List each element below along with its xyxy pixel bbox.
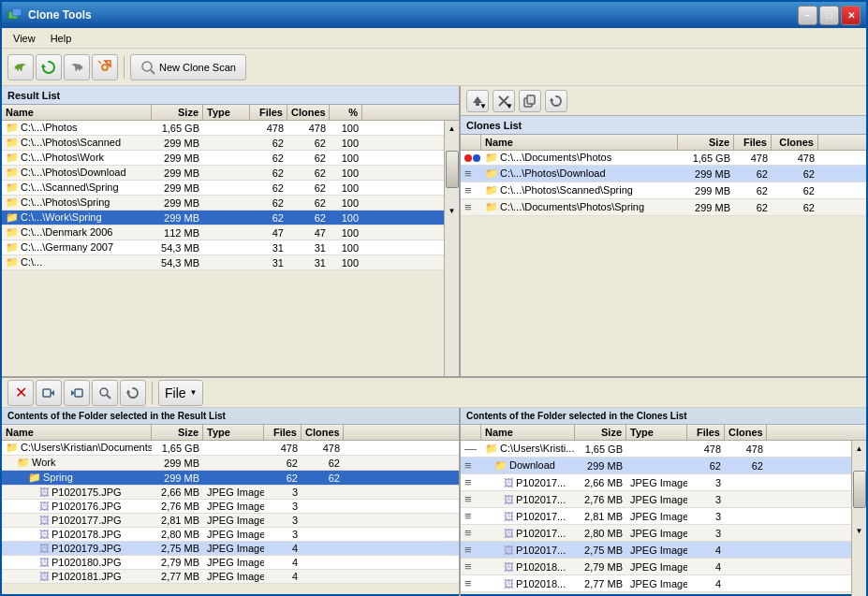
lr-col-ind bbox=[461, 425, 481, 440]
col-size: Size bbox=[152, 105, 203, 120]
lower-left-row[interactable]: 📁C:\Users\Kristian\Documents\Photos 1,65… bbox=[2, 441, 459, 456]
forward-button[interactable] bbox=[64, 54, 90, 80]
export-button[interactable] bbox=[519, 90, 541, 112]
lower-right-scrollbar[interactable]: ▲ ▼ bbox=[851, 441, 866, 596]
result-list-row[interactable]: 📁C:\...\Photos\Work 299 MB 62 62 100 bbox=[2, 151, 444, 166]
ll-cell-clones: 62 bbox=[302, 457, 344, 470]
ll-cell-name: 🖼P1020178.JPG bbox=[2, 528, 152, 541]
svg-line-23 bbox=[107, 395, 110, 399]
lower-right-header: Contents of the Folder selected in the C… bbox=[461, 408, 866, 425]
cl-cell-files: 478 bbox=[734, 152, 772, 165]
rl-cell-type bbox=[203, 127, 250, 129]
new-clone-scan-button[interactable]: New Clone Scan bbox=[130, 54, 246, 80]
menu-help[interactable]: Help bbox=[43, 31, 80, 46]
rl-cell-size: 54,3 MB bbox=[152, 241, 203, 254]
lower-right-row[interactable]: ≡ 🖼P102017... 2,75 MB JPEG Image 4 bbox=[461, 542, 851, 559]
lower-scroll-down[interactable]: ▼ bbox=[853, 523, 866, 538]
ll-cell-files: 62 bbox=[264, 472, 302, 485]
minimize-button[interactable]: − bbox=[798, 6, 817, 25]
move-up-button[interactable]: ▼ bbox=[466, 90, 489, 112]
scroll-up-arrow[interactable]: ▲ bbox=[446, 121, 459, 136]
scroll-thumb[interactable] bbox=[446, 151, 459, 188]
x-button[interactable]: ▼ bbox=[493, 90, 515, 112]
lower-scroll-thumb[interactable] bbox=[853, 471, 866, 508]
clones-list-row[interactable]: 📁C:\...\Documents\Photos 1,65 GB 478 478 bbox=[461, 151, 866, 166]
lower-left-row[interactable]: 📁Work 299 MB 62 62 bbox=[2, 456, 459, 471]
lr-cell-size: 2,80 MB bbox=[575, 527, 626, 540]
lr-cell-name: 📁C:\Users\Kristi... bbox=[481, 442, 575, 456]
maximize-button[interactable]: □ bbox=[819, 6, 839, 25]
rl-cell-files: 62 bbox=[250, 137, 287, 150]
rl-cell-files: 478 bbox=[250, 122, 287, 135]
close-button[interactable]: ✕ bbox=[841, 6, 861, 25]
result-list-row[interactable]: 📁C:\...\Germany 2007 54,3 MB 31 31 100 bbox=[2, 240, 444, 255]
rl-cell-size: 54,3 MB bbox=[152, 256, 203, 269]
lower-left-row[interactable]: 🖼P1020181.JPG 2,77 MB JPEG Image 4 bbox=[2, 570, 459, 584]
lower-left-row[interactable]: 📁Spring 299 MB 62 62 bbox=[2, 471, 459, 486]
result-list-scrollbar[interactable]: ▲ ▼ bbox=[444, 121, 459, 376]
back-button[interactable] bbox=[7, 54, 34, 80]
app-icon bbox=[7, 7, 22, 22]
back-icon bbox=[13, 60, 28, 75]
clones-list-row[interactable]: ≡ 📁C:\...\Photos\Download 299 MB 62 62 bbox=[461, 166, 866, 182]
clones-list-row[interactable]: ≡ 📁C:\...\Photos\Scanned\Spring 299 MB 6… bbox=[461, 182, 866, 199]
lr-cell-name: 🖼P102017... bbox=[481, 527, 575, 540]
delete-button[interactable]: ✕ bbox=[7, 380, 34, 406]
ll-cell-name: 📁Spring bbox=[2, 471, 152, 485]
result-list-row[interactable]: 📁C:\...\Photos 1,65 GB 478 478 100 bbox=[2, 121, 444, 136]
clones-list-columns: Name Size Files Clones bbox=[461, 135, 866, 151]
lower-left-row[interactable]: 🖼P1020180.JPG 2,79 MB JPEG Image 4 bbox=[2, 556, 459, 570]
lower-left-row[interactable]: 🖼P1020178.JPG 2,80 MB JPEG Image 3 bbox=[2, 528, 459, 542]
lower-right-row[interactable]: ≡ 🖼P102018... 2,77 MB JPEG Image 4 bbox=[461, 575, 851, 592]
rl-cell-size: 299 MB bbox=[152, 211, 203, 225]
file-dropdown-button[interactable]: File ▼ bbox=[158, 380, 203, 406]
lower-scroll-up[interactable]: ▲ bbox=[853, 441, 866, 456]
lower-left-row[interactable]: 🖼P1020176.JPG 2,76 MB JPEG Image 3 bbox=[2, 500, 459, 514]
clones-list-row[interactable]: ≡ 📁C:\...\Documents\Photos\Spring 299 MB… bbox=[461, 199, 866, 216]
reload-button[interactable] bbox=[545, 90, 567, 112]
lr-cell-clones bbox=[725, 532, 767, 534]
svg-line-10 bbox=[151, 70, 154, 74]
ll-cell-name: 📁C:\Users\Kristian\Documents\Photos bbox=[2, 441, 152, 455]
lower-left-row[interactable]: 🖼P1020175.JPG 2,66 MB JPEG Image 3 bbox=[2, 486, 459, 500]
rl-cell-name: 📁C:\...\Germany 2007 bbox=[2, 240, 152, 254]
lower-toolbar: ✕ bbox=[2, 378, 866, 408]
result-list-row[interactable]: 📁C:\...\Denmark 2006 112 MB 47 47 100 bbox=[2, 225, 444, 240]
result-list-row[interactable]: 📁C:\...\Photos\Spring 299 MB 62 62 100 bbox=[2, 196, 444, 211]
rl-cell-files: 62 bbox=[250, 211, 287, 225]
result-list-row[interactable]: 📁C:\...\Photos\Scanned 299 MB 62 62 100 bbox=[2, 136, 444, 151]
svg-rect-16 bbox=[527, 95, 535, 104]
move-left-button[interactable] bbox=[64, 380, 90, 406]
rl-cell-type bbox=[203, 202, 250, 204]
lower-right-row[interactable]: ≡ 📁Download 299 MB 62 62 bbox=[461, 458, 851, 474]
lower-right-row[interactable]: ≡ 🖼P102017... 2,80 MB JPEG Image 3 bbox=[461, 525, 851, 542]
lr-cell-clones: 478 bbox=[725, 443, 767, 456]
result-list-row[interactable]: 📁C:\... 54,3 MB 31 31 100 bbox=[2, 255, 444, 270]
ll-cell-name: 🖼P1020179.JPG bbox=[2, 542, 152, 555]
rl-cell-name: 📁C:\...\Photos\Work bbox=[2, 151, 152, 165]
ll-col-clones: Clones bbox=[302, 425, 344, 440]
result-list-row[interactable]: 📁C:\...\Scanned\Spring 299 MB 62 62 100 bbox=[2, 181, 444, 196]
scan-button[interactable] bbox=[92, 54, 118, 80]
refresh-button[interactable] bbox=[36, 54, 62, 80]
rotate-button[interactable] bbox=[120, 380, 146, 406]
lower-left-row[interactable]: 🖼P1020179.JPG 2,75 MB JPEG Image 4 bbox=[2, 542, 459, 556]
rl-cell-clones: 478 bbox=[287, 122, 330, 135]
lower-right-row[interactable]: ≡ 🖼P102017... 2,66 MB JPEG Image 3 bbox=[461, 474, 851, 491]
move-right-button[interactable] bbox=[36, 380, 62, 406]
lower-right-row[interactable]: ≡ 🖼P102017... 2,76 MB JPEG Image 3 bbox=[461, 491, 851, 508]
result-list-row[interactable]: 📁C:\...\Work\Spring 299 MB 62 62 100 bbox=[2, 211, 444, 225]
lower-right-row[interactable]: ≡ 🖼P102017... 2,81 MB JPEG Image 3 bbox=[461, 508, 851, 525]
rl-cell-files: 47 bbox=[250, 226, 287, 240]
scroll-down-arrow[interactable]: ▼ bbox=[446, 203, 459, 218]
lower-left-row[interactable]: 🖼P1020177.JPG 2,81 MB JPEG Image 3 bbox=[2, 514, 459, 528]
lower-right-row[interactable]: ≡ 🖼P102018... 2,79 MB JPEG Image 4 bbox=[461, 559, 851, 575]
rl-cell-clones: 31 bbox=[287, 256, 330, 269]
menu-view[interactable]: View bbox=[6, 31, 43, 46]
cl-col-size: Size bbox=[678, 135, 734, 150]
lower-right-row[interactable]: — 📁C:\Users\Kristi... 1,65 GB 478 478 bbox=[461, 441, 851, 458]
result-list-row[interactable]: 📁C:\...\Photos\Download 299 MB 62 62 100 bbox=[2, 166, 444, 181]
search-lower-button[interactable] bbox=[92, 380, 118, 406]
result-list-scroll-wrap: 📁C:\...\Photos 1,65 GB 478 478 100 📁C:\.… bbox=[2, 121, 459, 376]
ll-cell-size: 299 MB bbox=[152, 472, 203, 485]
